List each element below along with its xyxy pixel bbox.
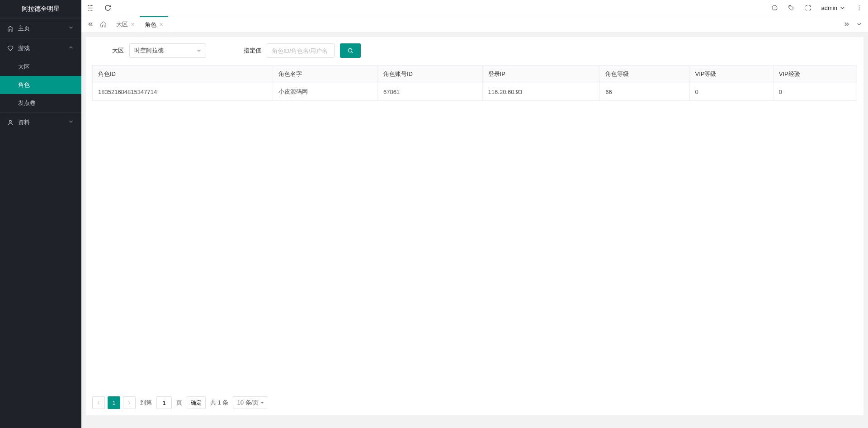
app-logo: 阿拉德全明星: [0, 0, 81, 18]
svg-point-1: [789, 6, 790, 7]
search-icon: [347, 47, 354, 54]
page-next-button[interactable]: [123, 396, 136, 409]
region-label: 大区: [92, 47, 124, 55]
col-role-id: 角色ID: [93, 66, 273, 83]
region-select[interactable]: 时空阿拉德: [129, 43, 206, 58]
table-header-row: 角色ID 角色名字 角色账号ID 登录IP 角色等级 VIP等级 VIP经验: [93, 66, 857, 83]
role-table: 角色ID 角色名字 角色账号ID 登录IP 角色等级 VIP等级 VIP经验 1…: [92, 65, 857, 101]
content-area: 大区 时空阿拉德 指定值 角色ID 角色名字: [81, 33, 868, 428]
pagination: 1 到第 页 确定 共 1 条 10 条/页: [92, 387, 857, 409]
dashboard-icon[interactable]: [771, 5, 778, 11]
table-row[interactable]: 183521684815347714 小皮源码网 67861 116.20.60…: [93, 83, 857, 101]
menu-toggle-button[interactable]: [87, 5, 94, 11]
tab-label: 角色: [145, 21, 156, 29]
goto-label: 到第: [140, 399, 152, 407]
user-icon: [7, 119, 14, 126]
cell-vip-level: 0: [689, 83, 773, 101]
tag-icon[interactable]: [788, 5, 795, 11]
tab-home-button[interactable]: [98, 19, 108, 30]
col-login-ip: 登录IP: [482, 66, 600, 83]
diamond-icon: [7, 45, 14, 52]
tabs-prev-button[interactable]: [85, 19, 96, 30]
sidebar-item-home[interactable]: 主页: [0, 18, 81, 38]
cell-role-id: 183521684815347714: [93, 83, 273, 101]
page-unit-label: 页: [176, 399, 182, 407]
filter-row: 大区 时空阿拉德 指定值: [92, 43, 857, 58]
svg-point-3: [859, 8, 860, 9]
home-icon: [7, 25, 14, 32]
sidebar-sub-role[interactable]: 角色: [0, 76, 81, 94]
sidebar-item-label: 主页: [18, 24, 68, 33]
more-icon[interactable]: [856, 5, 863, 11]
svg-point-2: [859, 5, 860, 6]
refresh-button[interactable]: [104, 5, 111, 11]
tab-label: 大区: [116, 20, 128, 28]
cell-role-name: 小皮源码网: [273, 83, 378, 101]
sidebar-sub-region[interactable]: 大区: [0, 58, 81, 76]
tabs-next-button[interactable]: [841, 19, 852, 30]
tab-region[interactable]: 大区 ✕: [111, 16, 140, 32]
col-vip-exp: VIP经验: [773, 66, 857, 83]
fullscreen-icon[interactable]: [805, 5, 811, 11]
goto-confirm-button[interactable]: 确定: [187, 396, 206, 409]
tab-role[interactable]: 角色 ✕: [140, 16, 168, 32]
sidebar-item-label: 发点卷: [18, 99, 36, 107]
cell-account-id: 67861: [377, 83, 482, 101]
cell-vip-exp: 0: [773, 83, 857, 101]
sidebar-item-game[interactable]: 游戏: [0, 38, 81, 58]
page-number-button[interactable]: 1: [108, 396, 120, 409]
goto-input[interactable]: [156, 396, 172, 409]
col-account-id: 角色账号ID: [377, 66, 482, 83]
page-prev-button[interactable]: [92, 396, 105, 409]
close-icon[interactable]: ✕: [159, 22, 163, 28]
chevron-down-icon: [68, 24, 74, 32]
keyword-label: 指定值: [230, 47, 261, 55]
sidebar-item-profile[interactable]: 资料: [0, 112, 81, 132]
per-page-select[interactable]: 10 条/页: [233, 396, 267, 409]
topbar: admin: [81, 0, 868, 16]
chevron-down-icon: [839, 5, 846, 11]
sidebar-item-label: 角色: [18, 81, 30, 89]
cell-login-ip: 116.20.60.93: [482, 83, 600, 101]
col-role-name: 角色名字: [273, 66, 378, 83]
sidebar-item-label: 资料: [18, 118, 68, 127]
col-vip-level: VIP等级: [689, 66, 773, 83]
user-menu[interactable]: admin: [821, 5, 846, 11]
svg-point-5: [348, 48, 352, 52]
user-name: admin: [821, 5, 837, 11]
cell-role-level: 66: [600, 83, 689, 101]
svg-point-0: [9, 120, 12, 122]
panel: 大区 时空阿拉德 指定值 角色ID 角色名字: [86, 37, 863, 415]
sidebar-item-label: 大区: [18, 63, 30, 71]
sidebar-sub-coupon[interactable]: 发点卷: [0, 94, 81, 112]
col-role-level: 角色等级: [600, 66, 689, 83]
tabbar: 大区 ✕ 角色 ✕: [81, 16, 868, 33]
total-label: 共 1 条: [210, 399, 228, 407]
per-page-value: 10 条/页: [237, 399, 259, 407]
svg-point-4: [859, 9, 860, 10]
tabs-dropdown-button[interactable]: [854, 19, 864, 30]
keyword-input[interactable]: [267, 43, 335, 58]
sidebar: 阿拉德全明星 主页 游戏: [0, 0, 81, 428]
search-button[interactable]: [340, 43, 361, 58]
sidebar-item-label: 游戏: [18, 44, 68, 52]
close-icon[interactable]: ✕: [131, 22, 135, 28]
chevron-down-icon: [68, 118, 74, 126]
chevron-up-icon: [68, 44, 74, 52]
region-select-value: 时空阿拉德: [134, 47, 164, 55]
